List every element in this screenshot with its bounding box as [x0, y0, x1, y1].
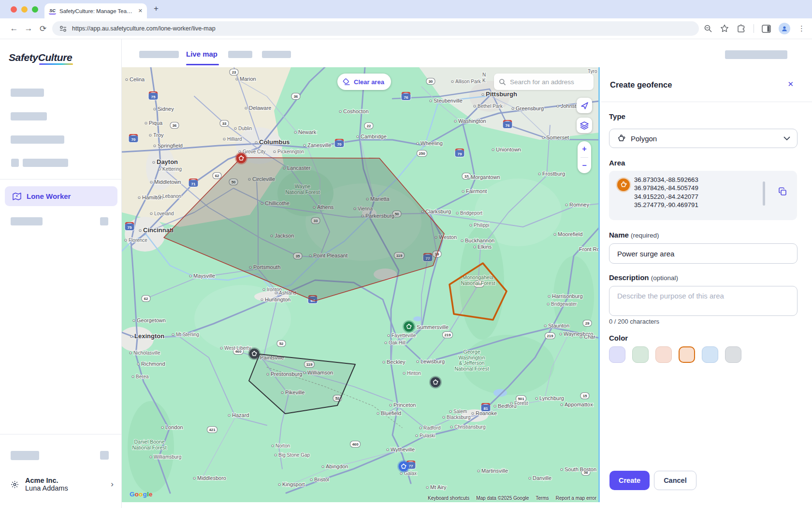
sidebar-skeleton-item [100, 451, 109, 460]
close-icon[interactable]: ✕ [787, 80, 794, 89]
svg-text:23: 23 [232, 70, 236, 75]
panel-title: Create geofence [610, 80, 672, 90]
map-label: Steubenville [434, 98, 463, 104]
back-button[interactable]: ← [7, 24, 21, 33]
city-dot [482, 94, 484, 96]
map-marker[interactable] [248, 347, 261, 360]
map-label: South Boston [565, 466, 596, 472]
color-swatch-2[interactable] [632, 346, 649, 363]
maximize-window-button[interactable] [32, 6, 38, 13]
browser-tab[interactable]: SC SafetyCulture: Manage Teams and... ✕ [44, 3, 147, 18]
map-marker[interactable] [235, 152, 247, 164]
tab-live-map[interactable]: Live map [186, 50, 218, 58]
city-dot [544, 325, 546, 327]
map-marker[interactable] [429, 376, 442, 388]
map-search-input[interactable]: Search for an address [494, 74, 594, 90]
attribution-item[interactable]: Terms [536, 495, 549, 501]
close-window-button[interactable] [11, 6, 17, 13]
city-dot [462, 191, 464, 193]
city-dot [145, 122, 147, 124]
map-label: Big Stone Gap [278, 452, 310, 458]
forward-button[interactable]: → [21, 24, 36, 33]
zoom-out-button[interactable]: − [578, 158, 591, 174]
attribution-item[interactable]: Keyboard shortcuts [428, 495, 469, 501]
type-select[interactable]: Polygon [609, 129, 798, 148]
account-switcher[interactable]: Acme Inc. Luna Addams › [0, 472, 121, 496]
coordinates-scrollbar[interactable] [763, 181, 765, 206]
sidebar-skeleton-item [11, 451, 39, 460]
sidebar-divider [0, 179, 121, 179]
map-label: Berea [136, 374, 149, 379]
svg-text:15: 15 [583, 394, 587, 398]
reload-button[interactable]: ⟳ [36, 24, 50, 34]
map-label: Radford [423, 425, 441, 431]
zoom-control[interactable]: + − [578, 141, 591, 173]
type-label: Type [609, 112, 625, 120]
clear-area-button[interactable]: Clear area [337, 74, 391, 90]
color-swatch-5[interactable] [702, 346, 718, 363]
description-optional-hint: (optional) [651, 274, 678, 282]
map-label: Fayetteville [392, 333, 416, 338]
color-swatch-1[interactable] [609, 346, 625, 363]
bookmark-star-icon[interactable] [720, 24, 729, 33]
map-patch [413, 316, 422, 321]
city-dot [451, 81, 453, 83]
description-label: Description (optional) [609, 273, 678, 282]
map-layers-button[interactable] [577, 118, 592, 133]
draw-geofence-button[interactable] [577, 98, 592, 113]
city-dot [529, 478, 531, 479]
description-textarea[interactable]: Describe the purpose of this area [609, 286, 798, 316]
map-label: Nicholasville [133, 350, 160, 356]
minimize-window-button[interactable] [21, 6, 28, 13]
city-dot [561, 404, 563, 406]
new-tab-button[interactable]: + [154, 4, 159, 14]
tab-close-icon[interactable]: ✕ [138, 8, 143, 14]
create-button[interactable]: Create [609, 471, 650, 490]
browser-toolbar: ← → ⟳ https://app.au.safetyculture.com/l… [0, 18, 812, 39]
map-label: Dayton [157, 158, 178, 165]
route-shield: 52 [277, 341, 286, 347]
cancel-button[interactable]: Cancel [654, 471, 696, 490]
panel-divider [601, 102, 812, 102]
map-label: Buckhannon [465, 238, 494, 243]
route-shield: 75 [125, 222, 134, 231]
polygon-badge-icon [617, 179, 630, 191]
toolbar-divider [754, 24, 754, 33]
zoom-in-button[interactable]: + [578, 141, 591, 157]
live-map[interactable]: 7571707076767977776481777523363633332230… [122, 67, 600, 502]
svg-text:219: 219 [547, 334, 553, 338]
map-canvas[interactable]: 7571707076767977776481777523363633332230… [122, 67, 600, 502]
attribution-item[interactable]: Map data ©2025 Google [476, 495, 529, 501]
map-label: Summersville [417, 324, 449, 330]
window-controls[interactable] [11, 6, 38, 13]
map-label: Norton [276, 443, 290, 448]
sidebar-item-lone-worker[interactable]: Lone Worker [5, 186, 117, 206]
map-marker[interactable] [397, 460, 410, 473]
profile-avatar[interactable] [779, 23, 790, 34]
browser-menu-icon[interactable]: ⋮ [798, 24, 805, 33]
name-input[interactable]: Power surge area [609, 243, 798, 264]
extensions-icon[interactable] [737, 24, 746, 33]
color-swatch-4-selected[interactable] [679, 346, 695, 363]
map-marker[interactable] [403, 320, 415, 333]
safetyculture-favicon: SC [49, 7, 56, 15]
attribution-item[interactable]: Report a map error [556, 495, 596, 501]
copy-icon[interactable] [778, 187, 787, 198]
side-panel-icon[interactable] [762, 25, 771, 33]
map-label: Uniontown [496, 147, 521, 152]
site-settings-icon[interactable] [59, 25, 67, 32]
eraser-icon [343, 78, 350, 85]
route-shield: 76 [503, 120, 512, 129]
color-swatch-3[interactable] [655, 346, 672, 363]
route-shield: 29 [583, 320, 592, 327]
city-dot [357, 136, 359, 138]
city-dot [492, 149, 494, 151]
city-dot [478, 470, 479, 472]
map-label: Salem [453, 409, 467, 414]
zoom-icon[interactable] [704, 24, 712, 33]
route-shield: 79 [455, 149, 464, 157]
url-bar[interactable]: https://app.au.safetyculture.com/lone-wo… [52, 21, 699, 36]
city-dot [133, 320, 135, 322]
color-swatch-6[interactable] [725, 346, 741, 363]
city-dot [159, 168, 160, 170]
